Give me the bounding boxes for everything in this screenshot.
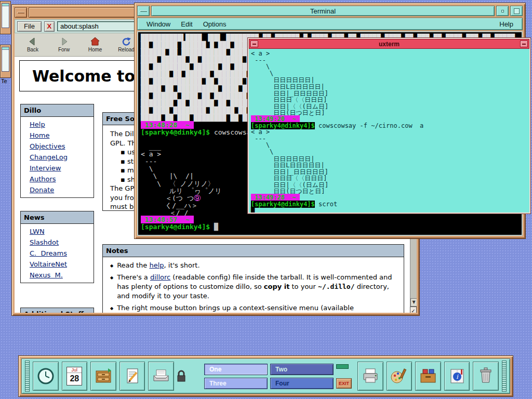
reload-label: Reload — [118, 47, 135, 52]
app-manager-icon — [418, 366, 438, 386]
uxterm-window: uxterm < a > --- \ \ 日日日日日日| 日日L日日日日日| 日… — [247, 37, 531, 214]
trash-icon — [476, 366, 496, 386]
workspace-one-button[interactable]: One — [204, 364, 268, 375]
section-header: Notes — [103, 245, 404, 257]
note-link[interactable]: dillorc — [150, 273, 170, 281]
stop-button[interactable]: X — [44, 21, 55, 32]
scroll-down-button[interactable]: ▼ — [410, 298, 417, 307]
dillo-link-list: HelpHomeObjectivesChangeLogInterviewAuth… — [21, 117, 94, 197]
home-label: Home — [88, 47, 102, 52]
window-menu-icon — [17, 12, 24, 14]
minimized-window-icon[interactable] — [0, 45, 11, 78]
dillo-link[interactable]: Home — [21, 130, 94, 141]
mail-button[interactable] — [148, 362, 174, 391]
dillo-link[interactable]: Authors — [21, 174, 94, 184]
menu-help[interactable]: Help — [495, 19, 518, 29]
uxterm-screen[interactable]: < a > --- \ \ 日日日日日日| 日日L日日日日日| 日日|_日日日日… — [249, 49, 529, 212]
window-menu-button[interactable] — [250, 41, 258, 47]
clock-button[interactable] — [33, 362, 59, 391]
news-link-list: LWNSlashdotC. DreamsVoltaireNetNexus M. — [21, 224, 94, 283]
maximize-button[interactable] — [520, 41, 528, 47]
style-manager-icon — [389, 366, 409, 386]
workspace-four-button[interactable]: Four — [270, 378, 334, 389]
mail-icon — [151, 366, 171, 386]
news-section: News LWNSlashdotC. DreamsVoltaireNetNexu… — [20, 211, 94, 283]
desktop: Te File X about:splash Back Forw H — [0, 0, 532, 399]
file-manager-button[interactable] — [90, 362, 116, 391]
forward-label: Forw — [58, 47, 70, 52]
terminal-menubar: Window Edit Options Help — [137, 18, 523, 30]
dillo-link[interactable]: Interview — [21, 163, 94, 174]
section-header: Dillo — [21, 104, 94, 117]
minimize-button[interactable] — [496, 6, 509, 16]
window-menu-icon — [252, 44, 256, 45]
menu-edit[interactable]: Edit — [176, 19, 197, 29]
note-item: ◆Read the help, it's short. — [103, 259, 404, 271]
section-header: News — [21, 211, 94, 224]
calendar-day: 28 — [67, 374, 82, 383]
exit-button[interactable]: EXIT — [336, 378, 352, 389]
uxterm-output[interactable]: < a > --- \ \ 日日日日日日| 日日L日日日日日| 日日|_日日日日… — [249, 49, 529, 212]
lock-button[interactable] — [176, 369, 187, 383]
trash-button[interactable] — [473, 362, 499, 391]
panel-handle[interactable] — [336, 364, 349, 369]
help-button[interactable]: i — [444, 362, 470, 391]
home-button[interactable]: Home — [82, 34, 108, 55]
text-editor-button[interactable] — [119, 362, 145, 391]
style-manager-button[interactable] — [387, 362, 413, 391]
back-arrow-icon — [28, 37, 38, 46]
window-menu-icon — [140, 10, 147, 12]
minimized-window-icon[interactable] — [0, 1, 11, 34]
dillo-link[interactable]: LWN — [21, 226, 94, 237]
menu-options[interactable]: Options — [198, 19, 231, 29]
section-header: Additional Stuff — [21, 308, 94, 313]
minimized-window-thumbnail — [2, 47, 9, 72]
minimize-icon — [501, 10, 504, 12]
additional-section: Additional Stuff — [20, 308, 94, 313]
reload-icon — [121, 37, 131, 46]
dillo-link[interactable]: ChangeLog — [21, 152, 94, 163]
front-panel: Jul 28 — [18, 355, 513, 397]
back-button[interactable]: Back — [20, 34, 46, 55]
dillo-link[interactable]: Donate — [21, 184, 94, 195]
forward-button[interactable]: Forw — [51, 34, 77, 55]
panel-grip-left[interactable] — [25, 361, 30, 392]
bug-meter[interactable]: ✓ — [410, 307, 417, 313]
terminal-title: Terminal — [151, 6, 495, 16]
dillo-link[interactable]: Help — [21, 119, 94, 130]
back-label: Back — [27, 47, 38, 52]
maximize-button[interactable] — [510, 6, 523, 16]
lock-icon — [176, 369, 187, 383]
workspace-two-button[interactable]: Two — [270, 364, 334, 375]
help-icon: i — [447, 366, 467, 386]
terminal-titlebar[interactable]: Terminal — [137, 6, 523, 16]
window-menu-button[interactable] — [15, 7, 27, 18]
menu-window[interactable]: Window — [142, 19, 175, 29]
app-manager-button[interactable] — [415, 362, 441, 391]
text-editor-icon — [123, 366, 142, 386]
dillo-link[interactable]: Nexus M. — [21, 270, 94, 281]
workspace-three-button[interactable]: Three — [204, 378, 268, 389]
dillo-link[interactable]: C. Dreams — [21, 248, 94, 259]
dillo-section: Dillo HelpHomeObjectivesChangeLogIntervi… — [20, 104, 94, 198]
calendar-button[interactable]: Jul 28 — [62, 362, 88, 391]
notes-list: ◆Read the help, it's short.◆There's a di… — [103, 257, 404, 313]
window-menu-button[interactable] — [137, 6, 150, 16]
workspace-switcher: One Two Three Four EXIT — [190, 363, 353, 390]
home-icon — [90, 37, 100, 46]
uxterm-title: uxterm — [260, 41, 518, 48]
printer-button[interactable] — [357, 362, 383, 391]
maximize-icon — [522, 44, 526, 45]
dillo-link[interactable]: VoltaireNet — [21, 259, 94, 270]
file-menu[interactable]: File — [17, 21, 42, 32]
uxterm-titlebar[interactable]: uxterm — [249, 39, 529, 49]
note-item: ◆The right mouse button brings up a cont… — [103, 302, 404, 313]
calendar-icon: Jul 28 — [66, 367, 82, 385]
file-manager-icon — [94, 366, 113, 386]
note-link[interactable]: help — [149, 261, 164, 269]
minimized-icon-label: Te — [1, 78, 7, 84]
dillo-link[interactable]: Objectives — [21, 141, 94, 152]
note-item: ◆There's a dillorc (readable config) fil… — [103, 271, 404, 302]
dillo-link[interactable]: Slashdot — [21, 237, 94, 248]
panel-grip-right[interactable] — [502, 361, 507, 392]
